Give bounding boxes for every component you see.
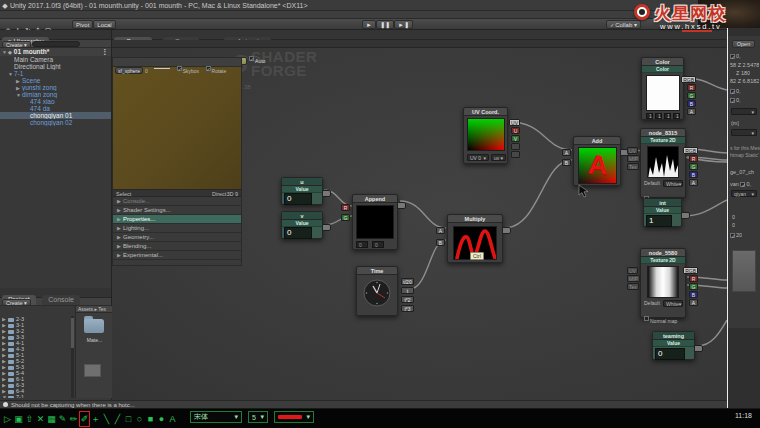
uv-mode-dropdown[interactable]: uv▾ (491, 154, 506, 161)
pivot-toggle[interactable]: Pivot (72, 20, 93, 29)
hierarchy-item[interactable]: ▼dimian zong (0, 91, 111, 98)
color-b-field[interactable]: 1 (664, 113, 671, 119)
tex1-input-uv[interactable]: UV (627, 147, 638, 154)
annot-pencil-icon[interactable]: ✎ (57, 411, 68, 427)
v-output-port[interactable] (322, 224, 331, 231)
tex2-output-b[interactable]: B (689, 291, 698, 298)
tex1-output-b[interactable]: B (689, 171, 698, 178)
tex1-default-dropdown[interactable]: White▾ (663, 180, 683, 187)
add-input-a[interactable]: A (562, 149, 571, 156)
tex2-input-uv[interactable]: UV (627, 267, 638, 274)
transform-z-value[interactable]: 58 Z 2.5478 (730, 61, 759, 69)
annot-erase-icon[interactable]: ✕ (35, 411, 46, 427)
annot-marker-icon-selected[interactable]: ✐ (79, 411, 90, 427)
section-shader-settings[interactable]: ▶Shader Settings... (113, 206, 241, 215)
inspector-checkbox[interactable]: ✓ (730, 54, 735, 59)
hierarchy-item[interactable]: 474 da (0, 105, 111, 112)
hierarchy-item[interactable]: chongqiyan 02 (0, 119, 111, 126)
annot-text-icon[interactable]: A (167, 411, 178, 427)
time-output-t[interactable]: t (401, 287, 414, 294)
section-experimental[interactable]: ▶Experimental... (113, 251, 241, 260)
annot-pointer-icon[interactable]: ▷ (2, 411, 13, 427)
add-input-b[interactable]: B (562, 159, 571, 166)
color-a-field[interactable]: 1 (673, 113, 680, 119)
asset-thumbnail[interactable] (84, 364, 101, 377)
preview-slider[interactable] (154, 68, 170, 69)
play-button[interactable]: ► (362, 20, 376, 29)
section-properties[interactable]: ▶Properties... (113, 215, 241, 224)
annot-font-dropdown[interactable]: 宋体▾ (190, 411, 242, 423)
annot-pen-icon[interactable]: ✏ (68, 411, 79, 427)
dots-icon[interactable]: ⋮ (102, 48, 109, 56)
teaming-output-port[interactable] (694, 345, 703, 352)
hierarchy-item[interactable]: ▶Scene (0, 77, 111, 84)
inspector-dropdown[interactable]: ▾ (731, 129, 757, 136)
hierarchy-item[interactable]: Main Camera (0, 56, 111, 63)
node-8315-texture[interactable]: node_8315 Texture 2D UV MIP Tex RGB R G … (640, 128, 686, 198)
inspector-dropdown[interactable]: ▾ (731, 108, 757, 115)
uv-output-uv[interactable]: UV (509, 119, 520, 126)
hierarchy-search-input[interactable] (32, 41, 80, 47)
time-output-t20[interactable]: t/20 (401, 278, 414, 285)
tex1-output-a[interactable]: A (689, 179, 698, 186)
color-output-r[interactable]: R (687, 84, 696, 91)
section-blending[interactable]: ▶Blending... (113, 242, 241, 251)
annot-grid-icon[interactable]: ▦ (46, 411, 57, 427)
shader-forge-canvas[interactable]: S SHADER FORGE v1.38 Return to menuSetti… (112, 48, 727, 400)
inspector-object-field[interactable]: ge_07_ch (730, 168, 754, 176)
section-console[interactable]: ▶Console... (113, 197, 241, 206)
inspector-dropdown[interactable]: qiyan▾ (731, 190, 757, 197)
tex2-default-dropdown[interactable]: White▾ (663, 300, 683, 307)
hierarchy-item[interactable]: ▼7-1 (0, 70, 111, 77)
hierarchy-scene-row[interactable]: ▼◆01 mounth* ⋮ (0, 48, 111, 56)
color-output-rgb[interactable]: RGB (681, 76, 696, 83)
status-bar[interactable]: Should not be capturing when there is a … (0, 400, 727, 408)
console-tab[interactable]: Console (42, 295, 80, 305)
project-create-button[interactable]: Create ▾ (2, 299, 31, 306)
tex2-output-g[interactable]: G (689, 283, 698, 290)
tex2-normal-map-checkbox[interactable] (644, 316, 649, 321)
annot-rect-icon[interactable]: □ (123, 411, 134, 427)
skybox-checkbox[interactable]: ✓ (177, 66, 182, 71)
rotate-checkbox[interactable]: ✓ (206, 66, 211, 71)
hierarchy-item[interactable]: Directional Light (0, 63, 111, 70)
int-value-field[interactable]: 1 (646, 215, 672, 227)
annot-plus-icon[interactable]: ＋ (90, 411, 101, 427)
transform-z-value[interactable]: 82 Z 6.8182 (730, 77, 759, 85)
uv-output-u[interactable]: U (511, 127, 520, 134)
node-v-value[interactable]: v Value 0 (281, 211, 323, 239)
uv-output-v[interactable]: V (511, 135, 520, 142)
teaming-value-field[interactable]: 0 (655, 348, 685, 360)
node-time[interactable]: Time t/20 t t*2 t*3 (356, 266, 398, 316)
v-value-field[interactable]: 0 (284, 227, 312, 239)
inspector-checkbox[interactable]: ✓ (740, 182, 745, 187)
time-output-t3[interactable]: t*3 (401, 305, 414, 312)
step-button[interactable]: ►❚ (394, 20, 413, 29)
project-breadcrumb[interactable]: Assets ▸ Tex (76, 306, 112, 313)
annot-fillcircle-icon[interactable]: ● (156, 411, 167, 427)
hierarchy-item[interactable]: 474 xiao (0, 98, 111, 105)
annot-upload-icon[interactable]: ⇧ (24, 411, 35, 427)
select-label[interactable]: Select (116, 190, 131, 196)
multiply-input-b[interactable]: B (436, 239, 445, 246)
tex2-output-rgb[interactable]: RGB (683, 267, 698, 274)
inspector-checkbox[interactable]: ✓ (730, 233, 735, 238)
annot-board-icon[interactable]: ▣ (13, 411, 24, 427)
hierarchy-create-button[interactable]: Create ▾ (2, 41, 31, 48)
section-geometry[interactable]: ▶Geometry... (113, 233, 241, 242)
annot-ellipse-icon[interactable]: ○ (134, 411, 145, 427)
node-int-value[interactable]: int Value 1 (643, 198, 682, 227)
inspector-checkbox[interactable]: ✓ (730, 98, 735, 103)
annot-line-icon[interactable]: ╲ (101, 411, 112, 427)
tex2-input-mip[interactable]: MIP (627, 275, 640, 282)
append-field-1[interactable]: 0 (356, 241, 368, 248)
asset-folder-label[interactable]: Mate... (76, 337, 113, 343)
local-toggle[interactable]: Local (93, 20, 115, 29)
multiply-input-a[interactable]: A (436, 227, 445, 234)
hierarchy-item[interactable]: ▶yunshi zong (0, 84, 111, 91)
u-output-port[interactable] (322, 190, 331, 197)
shader-preview[interactable] (113, 67, 241, 189)
annot-line2-icon[interactable]: ╱ (112, 411, 123, 427)
open-button[interactable]: Open (732, 40, 755, 48)
auto-checkbox[interactable]: ✓ (249, 56, 254, 61)
